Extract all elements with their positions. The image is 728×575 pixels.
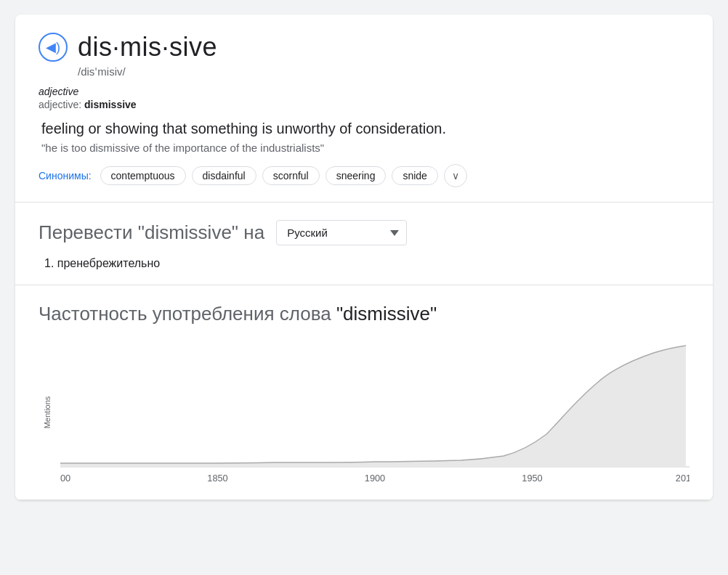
translate-title: Перевести "dismissive" на (39, 221, 264, 244)
synonym-scornful[interactable]: scornful (262, 166, 320, 185)
translation-item: 1. пренебрежительно (44, 257, 689, 270)
chart-title-word: "dismissive" (336, 303, 437, 325)
chart-section: Частотность употребления слова "dismissi… (15, 285, 713, 500)
word-part-of-speech: adjective (39, 86, 689, 97)
svg-text:1950: 1950 (522, 473, 542, 484)
example-quote: "he is too dismissive of the importance … (41, 142, 689, 154)
definition-section: ◀) dis·mis·sive /disˈmisiv/ adjective ad… (15, 15, 713, 203)
word-header: ◀) dis·mis·sive (39, 32, 689, 62)
word-title: dis·mis·sive (78, 32, 217, 62)
main-container: ◀) dis·mis·sive /disˈmisiv/ adjective ad… (15, 15, 713, 500)
chart-title: Частотность употребления слова "dismissi… (39, 303, 689, 325)
phonetic: /disˈmisiv/ (78, 65, 689, 78)
svg-text:1900: 1900 (365, 473, 385, 484)
svg-text:1850: 1850 (207, 473, 227, 484)
synonym-disdainful[interactable]: disdainful (192, 166, 256, 185)
synonyms-row: Синонимы: contemptuous disdainful scornf… (39, 164, 689, 187)
chart-wrapper: Mentions 1800 1850 1900 1950 (39, 340, 689, 485)
expand-synonyms-button[interactable]: ∨ (444, 164, 467, 187)
synonyms-label: Синонимы: (39, 170, 92, 182)
speaker-button[interactable]: ◀) (39, 33, 68, 62)
translation-number: 1. (44, 257, 54, 269)
synonym-snide[interactable]: snide (392, 166, 437, 185)
translation-text: пренебрежительно (57, 257, 160, 269)
language-select-wrapper: Русский (276, 220, 407, 245)
speaker-icon: ◀) (46, 39, 60, 55)
main-definition: feeling or showing that something is unw… (41, 121, 689, 137)
chart-title-prefix: Частотность употребления слова (39, 303, 331, 325)
language-select[interactable]: Русский (276, 220, 407, 245)
word-label: adjective: dismissive (39, 99, 689, 110)
synonym-sneering[interactable]: sneering (325, 166, 387, 185)
chart-y-label: Mentions (43, 396, 52, 429)
chart-svg: 1800 1850 1900 1950 2010 (60, 340, 689, 485)
synonym-contemptuous[interactable]: contemptuous (100, 166, 186, 185)
svg-text:1800: 1800 (60, 473, 70, 484)
frequency-chart: 1800 1850 1900 1950 2010 (60, 340, 689, 485)
translate-header: Перевести "dismissive" на Русский (39, 220, 689, 245)
chevron-down-icon: ∨ (452, 170, 459, 182)
svg-text:2010: 2010 (676, 473, 689, 484)
translate-section: Перевести "dismissive" на Русский 1. пре… (15, 203, 713, 285)
